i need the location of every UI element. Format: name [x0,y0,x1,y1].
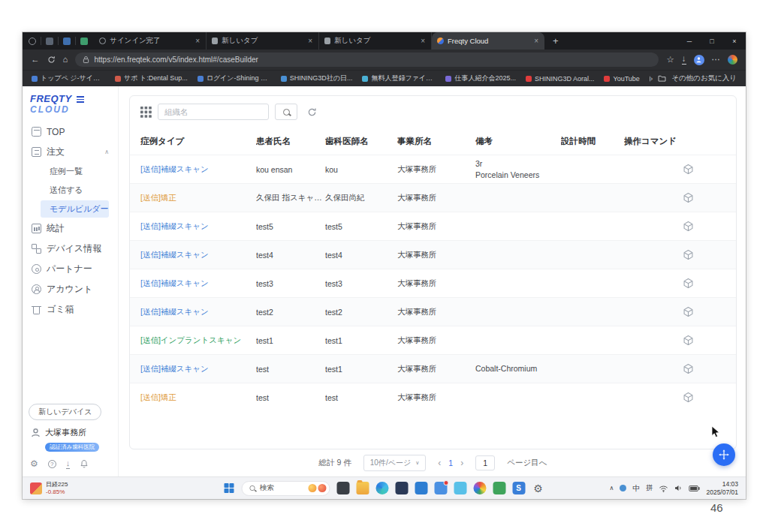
model-cube-icon[interactable] [683,221,694,232]
model-cube-icon[interactable] [683,164,694,175]
search-button[interactable] [275,104,297,120]
sidebar-item-account[interactable]: アカウント [29,279,112,299]
case-type-link[interactable]: [送信]インプラントスキャン [140,335,241,344]
browser-tab[interactable]: サインイン完了× [94,32,207,50]
help-icon[interactable]: ? [48,460,56,468]
model-cube-icon[interactable] [683,278,694,289]
next-page-icon[interactable]: › [460,458,463,468]
browser-essentials-icon[interactable] [728,55,737,65]
settings-gear-icon[interactable]: ⚙ [30,458,38,469]
minimize-button[interactable]: ─ [678,32,701,50]
tray-chevron-icon[interactable]: ∧ [610,485,614,491]
page-size-select[interactable]: 10件/ページ ∨ [363,455,427,471]
refresh-icon[interactable] [47,56,56,64]
model-cube-icon[interactable] [683,249,694,260]
download-icon[interactable]: ↓ [66,459,71,469]
bookmark-item[interactable]: ログイン-Shining 3D... [198,74,271,83]
back-icon[interactable]: ← [31,56,40,65]
bookmark-item[interactable]: SHINING3D Aoral... [526,75,595,83]
sidebar-item-partner[interactable]: パートナー [29,259,112,279]
page-jump-input[interactable] [475,455,495,470]
browser-tab[interactable]: Freqty Cloud× [432,32,544,50]
sidebar-subitem[interactable]: モデルビルダー [41,200,109,218]
sidebar-item-trash[interactable]: ゴミ箱 [29,299,112,320]
new-tab-button[interactable]: + [544,32,567,50]
case-type-link[interactable]: [送信]補綴スキャン [140,221,209,230]
tray-status-icon[interactable] [620,485,626,491]
taskbar-app-app-navy[interactable] [395,482,408,494]
tab-close-icon[interactable]: × [533,37,539,45]
tab-close-icon[interactable]: × [195,37,201,45]
case-type-link[interactable]: [送信]補綴スキャン [140,164,209,173]
pinned-tab-icon[interactable] [80,38,88,45]
browser-tab[interactable]: 新しいタブ× [207,32,319,50]
address-bar[interactable]: https://en.freqtek.com/v5/index.html#/ca… [75,53,659,67]
profile-icon[interactable] [29,38,36,45]
account-section[interactable]: 大塚事務所 認証済み歯科医院 [29,427,112,452]
profile-avatar[interactable] [694,55,704,65]
maximize-button[interactable]: □ [701,32,723,50]
taskbar-app-photos[interactable] [473,482,486,494]
sidebar-item-orders[interactable]: 注文∧ [29,142,112,162]
taskbar-clock[interactable]: 14:03 2025/07/01 [706,480,738,496]
taskbar-app-excel[interactable] [493,482,505,494]
new-device-button[interactable]: 新しいデバイス [29,404,101,420]
home-icon[interactable]: ⌂ [63,56,68,65]
case-type-link[interactable]: [送信]矯正 [140,193,176,202]
case-type-link[interactable]: [送信]補綴スキャン [140,364,209,373]
bookmark-item[interactable]: YouTube [604,75,639,83]
close-button[interactable]: × [723,32,746,50]
sidebar-subitem[interactable]: 送信する [29,181,112,200]
model-cube-icon[interactable] [683,363,694,374]
ime-indicator[interactable]: 中 [632,483,640,494]
model-cube-icon[interactable] [683,392,694,403]
other-favorites[interactable]: その他のお気に入り [671,74,737,83]
sidebar-item-devices[interactable]: デバイス情報 [29,239,112,259]
taskbar-app-edge[interactable] [375,482,388,494]
taskbar-app-skype[interactable]: S [512,482,525,494]
current-page[interactable]: 1 [448,458,453,467]
notification-bell-icon[interactable] [80,459,89,468]
case-type-link[interactable]: [送信]補綴スキャン [140,278,209,287]
sidebar-item-top[interactable]: TOP [29,122,112,142]
taskbar-search[interactable]: 検索 [241,481,330,496]
taskbar-app-folder[interactable] [356,482,369,494]
view-grid-icon[interactable] [140,107,152,118]
case-type-link[interactable]: [送信]矯正 [140,392,176,401]
wifi-icon[interactable] [659,485,668,492]
taskbar-app-settings[interactable]: ⚙ [532,482,544,494]
bookmark-item[interactable]: SHINING3D社の日... [281,74,353,83]
bookmark-item[interactable]: 無料人登録ファイル... [362,74,436,83]
pinned-tab-icon[interactable] [46,38,53,45]
start-button[interactable] [224,483,234,494]
taskbar-widget[interactable]: 日経225 -0.85% [30,481,68,496]
model-cube-icon[interactable] [683,306,694,317]
refresh-list-button[interactable] [303,104,320,120]
bookmarks-overflow-icon[interactable]: › [650,74,653,83]
menu-toggle-icon[interactable] [77,96,84,103]
bookmark-item[interactable]: トップペ ジ-サイボウ... [32,74,105,83]
ime-mode-indicator[interactable]: 拼 [646,483,653,493]
downloads-icon[interactable]: ↓ [682,55,686,65]
more-menu-icon[interactable]: ⋯ [712,56,721,65]
sidebar-item-stats[interactable]: 統計 [29,218,112,239]
bookmark-item[interactable]: サポ ト:Dental Sup... [115,74,188,83]
taskbar-app-mail[interactable] [434,482,447,494]
taskbar-app-explorer-dark[interactable] [336,482,349,494]
model-cube-icon[interactable] [683,192,694,203]
prev-page-icon[interactable]: ‹ [438,458,441,468]
taskbar-app-store[interactable] [454,482,466,494]
account-name[interactable]: 大塚事務所 [45,427,99,438]
sidebar-subitem[interactable]: 症例一覧 [29,162,112,181]
organization-search-input[interactable] [158,104,269,120]
favorites-star-icon[interactable]: ☆ [666,56,674,65]
model-cube-icon[interactable] [683,335,694,346]
volume-icon[interactable] [674,485,683,491]
taskbar-app-windows-app[interactable] [415,482,427,494]
battery-icon[interactable] [689,485,700,491]
assistant-fab-button[interactable] [713,443,735,466]
bookmark-item[interactable]: 仕事人紹介会2025... [445,74,516,83]
lock-icon[interactable] [83,56,89,64]
tab-close-icon[interactable]: × [420,37,426,45]
browser-tab[interactable]: 新しいタブ× [319,32,432,50]
